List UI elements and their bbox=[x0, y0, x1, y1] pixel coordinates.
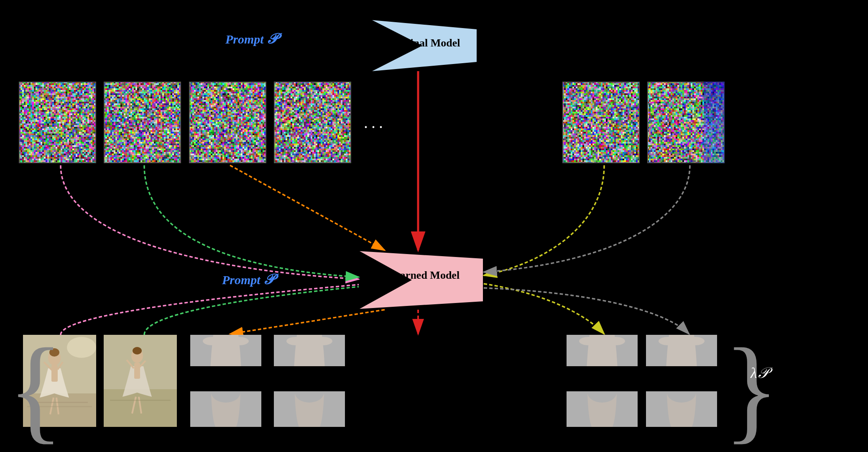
noise-image-1 bbox=[19, 82, 96, 163]
svg-rect-38 bbox=[190, 366, 261, 391]
noise-image-5 bbox=[562, 82, 640, 163]
prompt-bottom-text: Prompt bbox=[222, 273, 260, 287]
svg-point-36 bbox=[203, 337, 221, 345]
prompt-bottom-label: Prompt 𝒫 bbox=[222, 272, 273, 288]
result-painting-2 bbox=[104, 335, 179, 427]
prompt-top-label: Prompt 𝒫 bbox=[225, 31, 277, 47]
svg-point-45 bbox=[607, 337, 625, 345]
noise-image-4 bbox=[274, 82, 351, 163]
prompt-top-math: 𝒫 bbox=[267, 31, 277, 46]
svg-point-49 bbox=[686, 337, 705, 345]
ellipsis-dots: ··· bbox=[364, 117, 386, 137]
svg-point-41 bbox=[314, 337, 332, 345]
svg-point-37 bbox=[230, 337, 249, 345]
svg-point-14 bbox=[67, 337, 96, 358]
svg-point-44 bbox=[579, 337, 597, 345]
prompt-bottom-math: 𝒫 bbox=[263, 272, 273, 287]
unlearned-model-label: Unlearned Model bbox=[365, 269, 473, 282]
result-body-4 bbox=[274, 335, 345, 427]
original-model-label: Original Model bbox=[376, 37, 472, 49]
main-diagram: Prompt 𝒫 Original Model Prompt 𝒫 Unlearn… bbox=[0, 0, 868, 452]
svg-rect-42 bbox=[274, 366, 345, 391]
result-body-5 bbox=[567, 335, 638, 427]
prompt-top-text: Prompt bbox=[225, 32, 264, 46]
svg-point-40 bbox=[286, 337, 305, 345]
lambda-label: λ𝒫 bbox=[751, 364, 768, 382]
svg-rect-50 bbox=[646, 366, 717, 391]
svg-point-48 bbox=[659, 337, 677, 345]
right-curly-brace: } bbox=[723, 331, 779, 448]
noise-image-2 bbox=[104, 82, 181, 163]
result-body-3 bbox=[190, 335, 261, 427]
svg-point-28 bbox=[133, 347, 142, 354]
svg-rect-29 bbox=[134, 363, 140, 379]
left-curly-brace: { bbox=[8, 331, 64, 448]
result-body-6 bbox=[646, 335, 717, 427]
svg-rect-46 bbox=[567, 366, 638, 391]
noise-image-3 bbox=[189, 82, 266, 163]
noise-image-6 bbox=[647, 82, 725, 163]
svg-rect-34 bbox=[110, 400, 171, 401]
